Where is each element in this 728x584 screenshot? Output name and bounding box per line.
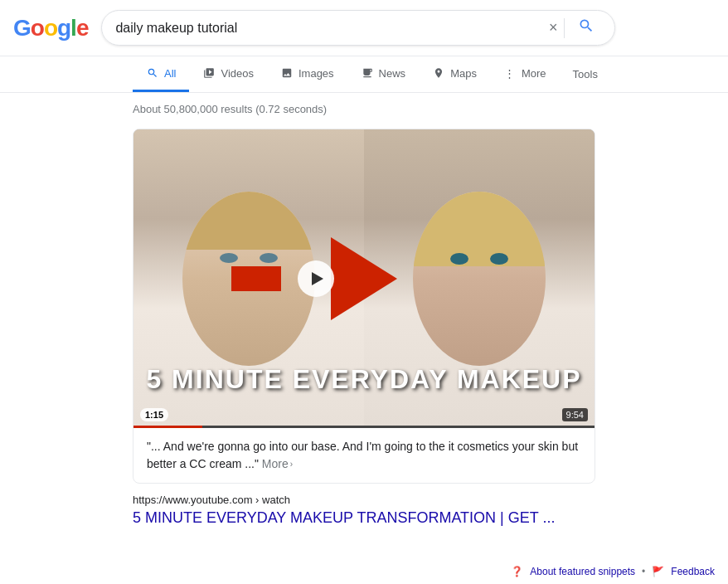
video-thumbnail[interactable]: 5 MINUTE EVERYDAY MAKEUP 1:15 9:54 [133, 129, 595, 428]
face-oval-right [413, 192, 546, 366]
search-icon [578, 17, 595, 34]
timestamp-current: 1:15 [140, 408, 168, 421]
logo-l: l [70, 15, 76, 41]
search-bar: × [101, 10, 615, 46]
progress-bar-container [133, 426, 595, 428]
tab-all-label: All [164, 67, 176, 80]
tab-more-label: More [522, 67, 546, 80]
description-text: "... And we're gonna go into our base. A… [147, 440, 578, 470]
logo-o2: o [44, 15, 57, 41]
result-title-link[interactable]: 5 MINUTE EVERYDAY MAKEUP TRANSFORMATION … [133, 509, 595, 527]
search-small-icon [146, 66, 159, 80]
more-link[interactable]: More › [262, 455, 293, 473]
tab-maps[interactable]: Maps [419, 56, 490, 92]
progress-bar-fill [133, 426, 202, 428]
tab-all[interactable]: All [133, 56, 189, 92]
video-card: 5 MINUTE EVERYDAY MAKEUP 1:15 9:54 "... … [133, 129, 595, 484]
logo-o1: o [31, 15, 44, 41]
logo-e: e [76, 15, 89, 41]
search-divider [564, 18, 565, 38]
tab-videos-label: Videos [221, 67, 254, 80]
results-area: About 50,800,000 results (0.72 seconds) [0, 93, 728, 543]
tab-news-label: News [379, 67, 406, 80]
clear-icon[interactable]: × [549, 19, 558, 36]
eye-left [220, 253, 238, 263]
tab-images[interactable]: Images [267, 56, 347, 92]
search-input[interactable] [115, 21, 541, 36]
news-icon [361, 66, 374, 80]
feedback-link[interactable]: Feedback [671, 566, 715, 577]
search-button[interactable] [571, 17, 601, 38]
tab-images-label: Images [298, 67, 334, 80]
footer-bar: ❓ About featured snippets • 🚩 Feedback [497, 559, 728, 584]
eye-right-after [490, 253, 508, 265]
tab-news[interactable]: News [347, 56, 420, 92]
map-icon [432, 66, 445, 80]
play-overlay[interactable] [331, 237, 397, 320]
logo-g: G [13, 15, 31, 41]
snippet-icon: ❓ [511, 566, 523, 577]
video-icon [202, 66, 216, 80]
header: Google × [0, 0, 728, 56]
tab-more[interactable]: ⋮ More [490, 56, 560, 92]
card-description: "... And we're gonna go into our base. A… [133, 428, 595, 483]
hair-right [413, 192, 546, 266]
about-snippets-link[interactable]: About featured snippets [530, 566, 635, 577]
dot-separator: • [642, 566, 645, 577]
logo-g2: g [57, 15, 70, 41]
google-logo: Google [13, 15, 88, 41]
play-circle[interactable] [298, 260, 334, 297]
results-count: About 50,800,000 results (0.72 seconds) [133, 103, 595, 115]
timestamp-total: 9:54 [562, 408, 588, 421]
image-icon [280, 66, 294, 80]
tab-videos[interactable]: Videos [189, 56, 267, 92]
tab-maps-label: Maps [450, 67, 477, 80]
play-triangle-icon [312, 272, 323, 285]
feedback-icon: 🚩 [652, 566, 664, 577]
nav-tabs: All Videos Images News Maps ⋮ More Tools [0, 56, 728, 93]
result-url: https://www.youtube.com › watch [133, 494, 595, 506]
arrow-head [331, 237, 397, 320]
arrow-tail [231, 266, 281, 291]
more-link-label: More [262, 455, 289, 473]
hair-left [182, 192, 315, 250]
tools-button[interactable]: Tools [560, 58, 611, 90]
video-title-overlay: 5 MINUTE EVERYDAY MAKEUP [133, 364, 595, 395]
chevron-down-icon: › [290, 458, 293, 470]
eye-left-after [450, 253, 468, 265]
eye-right-left [260, 253, 278, 263]
more-dots-icon: ⋮ [503, 66, 517, 80]
